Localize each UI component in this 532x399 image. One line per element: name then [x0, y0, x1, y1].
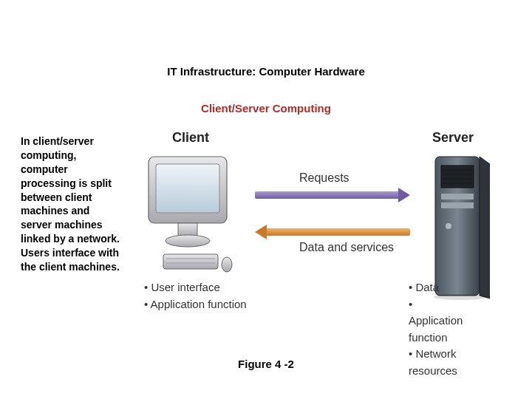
server-label: Server — [432, 130, 474, 146]
server-tower-icon — [432, 152, 490, 300]
svg-rect-2 — [178, 223, 197, 236]
figure-caption: Figure 4 -2 — [0, 358, 532, 370]
client-bullet-list: User interface Application function — [144, 279, 247, 313]
requests-arrow-icon — [255, 189, 410, 201]
svg-rect-4 — [163, 254, 218, 269]
client-server-diagram: Client Server — [137, 130, 521, 337]
svg-rect-16 — [441, 202, 474, 208]
svg-point-17 — [446, 223, 451, 229]
client-computer-icon — [144, 154, 233, 279]
list-item: Application function — [409, 296, 466, 347]
svg-rect-1 — [156, 164, 219, 213]
requests-arrow-label: Requests — [299, 171, 349, 185]
data-services-arrow-icon — [255, 226, 410, 238]
data-services-arrow-label: Data and services — [299, 241, 394, 254]
server-bullet-list: Data Application function Network resour… — [409, 279, 466, 399]
page-subheading: Client/Server Computing — [0, 102, 532, 115]
svg-rect-15 — [441, 194, 474, 200]
svg-marker-9 — [480, 157, 490, 299]
list-item: User interface — [144, 279, 247, 296]
page-heading: IT Infrastructure: Computer Hardware — [0, 65, 532, 78]
list-item: Data — [409, 279, 466, 296]
svg-point-3 — [166, 235, 210, 247]
client-label: Client — [172, 130, 209, 146]
svg-point-7 — [222, 257, 232, 272]
list-item: Application function — [144, 296, 247, 313]
slide: IT Infrastructure: Computer Hardware Cli… — [0, 0, 532, 399]
description-text: In client/server computing, computer pro… — [21, 134, 120, 274]
